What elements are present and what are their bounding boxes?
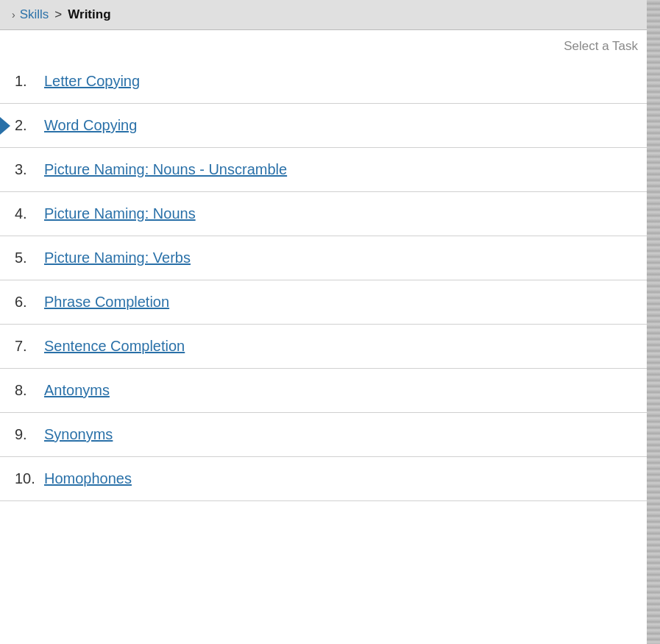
select-task-row: Select a Task — [0, 30, 660, 60]
task-link[interactable]: Picture Naming: Nouns - Unscramble — [44, 161, 287, 178]
task-number: 8. — [15, 382, 44, 399]
task-number: 9. — [15, 426, 44, 443]
task-number: 7. — [15, 338, 44, 355]
task-item[interactable]: 4.Picture Naming: Nouns — [0, 192, 660, 236]
task-item[interactable]: 7.Sentence Completion — [0, 325, 660, 369]
task-link[interactable]: Sentence Completion — [44, 338, 185, 355]
task-number: 6. — [15, 294, 44, 311]
task-number: 10. — [15, 470, 44, 487]
task-link[interactable]: Synonyms — [44, 426, 113, 443]
breadcrumb-skills-link[interactable]: Skills — [20, 7, 49, 22]
breadcrumb-bar: › Skills > Writing — [0, 0, 660, 30]
task-number: 3. — [15, 161, 44, 178]
task-list: 1.Letter Copying2.Word Copying3.Picture … — [0, 60, 660, 501]
task-number: 2. — [15, 117, 44, 134]
task-item[interactable]: 1.Letter Copying — [0, 60, 660, 104]
task-item[interactable]: 6.Phrase Completion — [0, 280, 660, 325]
torn-right-edge — [647, 0, 660, 644]
task-number: 1. — [15, 73, 44, 90]
task-link[interactable]: Homophones — [44, 470, 132, 487]
main-container: › Skills > Writing Select a Task 1.Lette… — [0, 0, 660, 644]
task-item[interactable]: 10.Homophones — [0, 457, 660, 501]
task-item[interactable]: 8.Antonyms — [0, 369, 660, 413]
task-link[interactable]: Phrase Completion — [44, 294, 169, 311]
select-task-label: Select a Task — [564, 39, 638, 54]
breadcrumb-arrow-icon: › — [12, 9, 15, 21]
task-link[interactable]: Picture Naming: Verbs — [44, 250, 191, 266]
task-item[interactable]: 5.Picture Naming: Verbs — [0, 236, 660, 280]
task-link[interactable]: Picture Naming: Nouns — [44, 205, 196, 222]
breadcrumb-separator: > — [54, 7, 62, 22]
task-link[interactable]: Word Copying — [44, 117, 137, 134]
task-number: 4. — [15, 205, 44, 222]
task-item[interactable]: 2.Word Copying — [0, 104, 660, 148]
task-link[interactable]: Letter Copying — [44, 73, 140, 90]
task-link[interactable]: Antonyms — [44, 382, 110, 399]
task-item[interactable]: 9.Synonyms — [0, 413, 660, 457]
task-item[interactable]: 3.Picture Naming: Nouns - Unscramble — [0, 148, 660, 192]
breadcrumb-current: Writing — [68, 7, 110, 22]
task-number: 5. — [15, 250, 44, 266]
